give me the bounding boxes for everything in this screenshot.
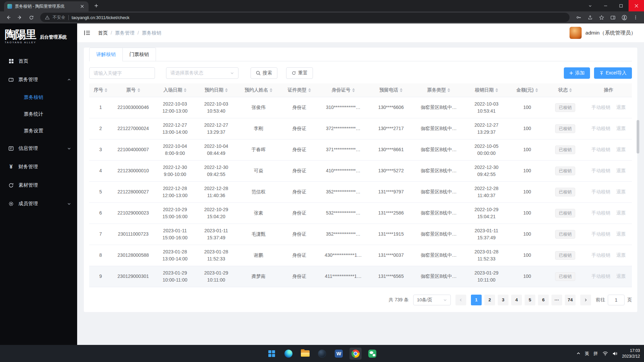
search-button[interactable]: 搜索	[251, 67, 277, 79]
sort-icon[interactable]	[569, 88, 572, 92]
sidebar-fold-icon[interactable]	[84, 30, 91, 36]
next-page-button[interactable]	[580, 295, 591, 305]
add-button[interactable]: 添加	[564, 67, 590, 79]
page-size-select[interactable]: 10条/页	[413, 295, 451, 305]
table-row[interactable]: 6 221029000023 2022-10-29 15:00-16:00 20…	[89, 202, 632, 224]
sidebar-item-ticket-settings[interactable]: 票务设置	[0, 122, 77, 139]
scrollbar-thumb[interactable]	[637, 120, 639, 154]
column-header[interactable]: 操作	[585, 83, 632, 97]
manual-verify-link[interactable]: 手动核销	[591, 189, 610, 194]
table-row[interactable]: 7 230111000723 2023-01-11 15:00-16:00 20…	[89, 224, 632, 245]
table-row[interactable]: 9 230129000301 2023-01-29 10:00-11:00 20…	[89, 266, 632, 287]
column-header[interactable]: 身份证号	[318, 83, 368, 97]
maximize-button[interactable]	[613, 0, 629, 11]
page-button[interactable]: 74	[565, 295, 576, 305]
table-row[interactable]: 4 221230000010 2022-12-30 9:00-10:00 202…	[89, 160, 632, 181]
refund-link[interactable]: 退票	[616, 147, 626, 152]
browser-menu-icon[interactable]	[631, 12, 641, 22]
ime-pinyin-indicator[interactable]: 拼	[594, 351, 598, 357]
sort-icon[interactable]	[308, 88, 311, 92]
table-row[interactable]: 3 221004000007 2022-10-04 8:00-9:00 2022…	[89, 139, 632, 160]
column-header[interactable]: 预约日期	[196, 83, 237, 97]
chrome-icon[interactable]	[350, 348, 362, 360]
manual-verify-link[interactable]: 手动核销	[591, 231, 610, 237]
globe-app-icon[interactable]	[316, 348, 328, 360]
column-header[interactable]: 票务类型	[414, 83, 464, 97]
keyword-input[interactable]	[89, 67, 155, 79]
column-header[interactable]: 金额(元)	[509, 83, 545, 97]
column-header[interactable]: 预留电话	[368, 83, 414, 97]
sidebar-item-material-mgmt[interactable]: 素材管理	[0, 176, 77, 194]
ime-language-indicator[interactable]: 英	[585, 351, 589, 357]
column-header[interactable]: 序号	[89, 83, 112, 97]
page-button[interactable]: 4	[511, 295, 522, 305]
table-row[interactable]: 2 221227000024 2022-12-27 13:00-14:00 20…	[89, 118, 632, 139]
table-row[interactable]: 8 230128000588 2023-01-28 13:00-14:00 20…	[89, 245, 632, 266]
bookmark-star-icon[interactable]	[596, 12, 606, 22]
page-button[interactable]: 6	[538, 295, 549, 305]
reload-button[interactable]	[26, 12, 36, 22]
forward-button[interactable]	[15, 12, 25, 22]
breadcrumb-home[interactable]: 首页	[98, 30, 108, 36]
manual-verify-link[interactable]: 手动核销	[591, 210, 610, 216]
page-button[interactable]: ···	[551, 295, 562, 305]
close-button[interactable]	[629, 0, 644, 11]
share-icon[interactable]	[585, 12, 595, 22]
sidebar-item-member-mgmt[interactable]: 成员管理	[0, 194, 77, 213]
side-panel-icon[interactable]	[608, 12, 618, 22]
sort-icon[interactable]	[270, 88, 272, 92]
sort-icon[interactable]	[495, 88, 498, 92]
user-menu[interactable]: admin（系统管理员）	[570, 27, 636, 39]
password-key-icon[interactable]	[574, 12, 584, 22]
manual-verify-link[interactable]: 手动核销	[591, 168, 610, 173]
volume-icon[interactable]	[612, 351, 618, 356]
wifi-icon[interactable]	[602, 351, 608, 356]
table-row[interactable]: 1 221003000046 2022-10-03 12:00-13:00 20…	[89, 97, 632, 118]
security-label[interactable]: 不安全	[53, 15, 65, 20]
page-button[interactable]: 1	[471, 295, 482, 305]
manual-verify-link[interactable]: 手动核销	[591, 274, 610, 279]
column-header[interactable]: 核销日期	[464, 83, 509, 97]
sidebar-item-ticket-stats[interactable]: 票务统计	[0, 106, 77, 122]
address-bar[interactable]: 不安全 taoyangli.cn:3011/ticket/check	[40, 13, 570, 22]
manual-verify-link[interactable]: 手动核销	[591, 252, 610, 258]
sort-icon[interactable]	[400, 88, 402, 92]
sidebar-item-ticket-mgmt[interactable]: 票务管理	[0, 70, 77, 89]
column-header[interactable]: 入场日期	[154, 83, 196, 97]
table-row[interactable]: 5 221228000027 2022-12-28 12:00-13:00 20…	[89, 181, 632, 202]
refund-link[interactable]: 退票	[616, 189, 626, 194]
new-tab-button[interactable]	[92, 1, 101, 10]
sort-icon[interactable]	[352, 88, 355, 92]
manual-verify-link[interactable]: 手动核销	[591, 105, 610, 110]
sidebar-item-info-mgmt[interactable]: 信息管理	[0, 139, 77, 158]
minimize-button[interactable]	[598, 0, 613, 11]
tab-ticket-check[interactable]: 门票核销	[123, 48, 156, 61]
reset-button[interactable]: 重置	[286, 67, 313, 79]
ticket-status-select[interactable]: 请选择票务状态	[166, 67, 238, 79]
sidebar-item-ticket-check[interactable]: 票务核销	[0, 89, 77, 106]
breadcrumb-section[interactable]: 票务管理	[115, 30, 135, 36]
word-icon[interactable]: W	[333, 348, 345, 360]
excel-import-button[interactable]: Excel导入	[594, 67, 632, 79]
wechat-icon[interactable]	[366, 348, 378, 360]
sort-icon[interactable]	[184, 88, 186, 92]
page-button[interactable]: 5	[525, 295, 535, 305]
tab-search-icon[interactable]	[582, 0, 598, 11]
manual-verify-link[interactable]: 手动核销	[591, 126, 610, 131]
refund-link[interactable]: 退票	[616, 252, 626, 258]
sort-icon[interactable]	[447, 88, 450, 92]
browser-tab[interactable]: 票务核销 - 陶阳里管理系统	[4, 1, 89, 11]
url-text[interactable]: taoyangli.cn:3011/ticket/check	[72, 15, 129, 20]
sort-icon[interactable]	[105, 88, 107, 92]
file-explorer-icon[interactable]	[299, 348, 311, 360]
refund-link[interactable]: 退票	[616, 126, 626, 131]
page-button[interactable]: 3	[498, 295, 508, 305]
refund-link[interactable]: 退票	[616, 168, 626, 173]
column-header[interactable]: 票号	[112, 83, 154, 97]
manual-verify-link[interactable]: 手动核销	[591, 147, 610, 152]
sidebar-item-finance-mgmt[interactable]: ¥ 财务管理	[0, 158, 77, 176]
sort-icon[interactable]	[225, 88, 228, 92]
windows-start-icon[interactable]	[266, 348, 278, 360]
column-header[interactable]: 证件类型	[280, 83, 318, 97]
refund-link[interactable]: 退票	[616, 105, 626, 110]
